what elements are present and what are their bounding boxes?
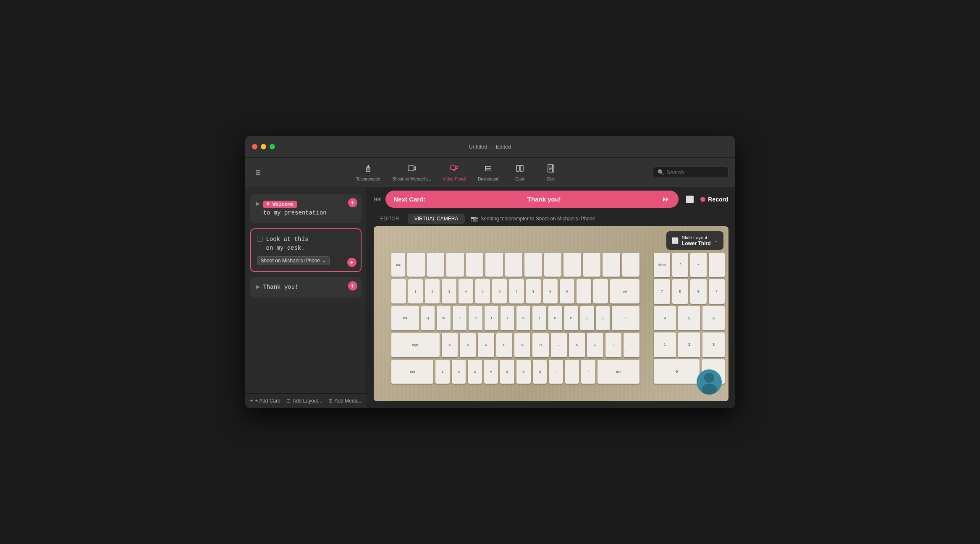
card-item-welcome[interactable]: ▶ # Welcome to my presentation + xyxy=(250,194,362,223)
toolbar-right: 🔍 xyxy=(653,167,728,178)
num-7: 7 xyxy=(654,279,670,304)
toolbar-item-shoot[interactable]: Shoot on Michael's... xyxy=(387,161,436,184)
record-label: Record xyxy=(708,196,728,203)
card-item-look[interactable]: Look at thison my desk. Shoot on Michael… xyxy=(250,228,362,272)
card-item-thankyou[interactable]: ▶ Thank you! + xyxy=(250,277,362,298)
skip-forward-button[interactable]: ⏭ xyxy=(663,195,670,204)
key-9: 9 xyxy=(543,279,558,303)
key-quote: ' xyxy=(624,333,639,357)
slide-layout-chevron-icon: ⌄ xyxy=(714,238,718,243)
add-media-button[interactable]: ⊞ Add Media... xyxy=(328,398,363,404)
key-slash: / xyxy=(581,360,595,384)
num-1: 1 xyxy=(654,332,676,357)
toolbar-item-dashboard[interactable]: Dashboard xyxy=(473,161,503,184)
tab-virtual-camera[interactable]: VIRTUAL CAMERA xyxy=(408,214,465,224)
key-f9 xyxy=(563,253,581,277)
add-layout-button[interactable]: ⊡ Add Layout... xyxy=(286,398,322,404)
svg-point-18 xyxy=(704,373,714,383)
key-f6 xyxy=(505,253,523,277)
card-checkbox[interactable] xyxy=(257,236,263,242)
dropdown-chevron-icon: ⌄ xyxy=(322,258,326,264)
card-add-bottom-button[interactable]: + xyxy=(347,258,356,267)
key-esc: esc xyxy=(391,253,405,277)
card-text-thankyou: Thank you! xyxy=(263,283,356,292)
svg-rect-3 xyxy=(408,166,414,171)
next-card-label: Next Card: xyxy=(394,196,426,203)
add-layout-icon: ⊡ xyxy=(286,398,291,404)
tab-editor-label: EDITOR xyxy=(380,216,399,222)
key-f5 xyxy=(485,253,503,277)
search-input[interactable] xyxy=(667,169,724,175)
camera-status-text: Sending teleprompter to Shoot on Michael… xyxy=(480,216,595,222)
sidebar-footer: + + Add Card ⊡ Add Layout... ⊞ Add Media… xyxy=(245,393,367,408)
toolbar: ⊞ Teleprompter xyxy=(245,158,735,187)
key-tab: tab xyxy=(391,306,419,330)
skip-back-button[interactable]: ⏮ xyxy=(374,195,381,204)
key-f1 xyxy=(407,253,425,277)
traffic-lights xyxy=(252,144,275,149)
search-box[interactable]: 🔍 xyxy=(653,167,728,178)
card-add-button[interactable]: + xyxy=(348,198,357,207)
key-shift-l: shift xyxy=(391,360,434,384)
num-clear: clear xyxy=(654,253,670,277)
slide-layout-top-label: Slide Layout xyxy=(682,235,711,241)
toolbar-item-card[interactable]: Card xyxy=(505,161,535,184)
cards-list: ▶ # Welcome to my presentation + Look at… xyxy=(245,187,367,393)
view-tabs: EDITOR VIRTUAL CAMERA 📷 Sending teleprom… xyxy=(367,211,735,226)
sidebar: ▶ # Welcome to my presentation + Look at… xyxy=(245,187,367,408)
device-name: Shoot on Michael's iPhone xyxy=(261,258,320,264)
next-card-pill[interactable]: Next Card: Thank you! ⏭ xyxy=(385,191,679,208)
num-plus: + xyxy=(709,279,725,304)
key-j: J xyxy=(551,333,567,357)
toolbar-item-doc[interactable]: Doc xyxy=(536,161,566,184)
record-button[interactable]: Record xyxy=(700,196,728,203)
toolbar-item-video-pencil[interactable]: Video Pencil xyxy=(438,161,471,184)
close-button[interactable] xyxy=(252,144,257,149)
slide-layout-overlay[interactable]: ⬜ Slide Layout Lower Third ⌄ xyxy=(666,231,723,250)
search-icon: 🔍 xyxy=(658,169,664,175)
add-card-label: + Add Card xyxy=(255,398,280,404)
key-equals: = xyxy=(593,279,608,303)
sidebar-toggle-button[interactable]: ⊞ xyxy=(252,166,264,179)
card-add-button-3[interactable]: + xyxy=(348,281,357,290)
add-card-button[interactable]: + + Add Card xyxy=(250,398,280,404)
key-p: P xyxy=(564,306,578,330)
video-pencil-icon xyxy=(450,164,459,175)
key-caps: caps xyxy=(391,333,440,357)
key-y: Y xyxy=(500,306,514,330)
card-label: Card xyxy=(515,177,524,181)
key-d: D xyxy=(478,333,494,357)
num-minus: - xyxy=(709,253,725,277)
toolbar-item-teleprompter[interactable]: Teleprompter xyxy=(351,161,385,184)
app-window: Untitled — Edited ⊞ Teleprompter xyxy=(245,136,735,408)
card-play-button-3[interactable]: ▶ xyxy=(256,284,260,290)
teleprompter-label: Teleprompter xyxy=(356,177,380,181)
stop-button[interactable] xyxy=(686,196,694,203)
key-6: 6 xyxy=(492,279,507,303)
key-c: C xyxy=(468,360,482,384)
main-area: ▶ # Welcome to my presentation + Look at… xyxy=(245,187,735,408)
record-dot-icon xyxy=(700,197,705,202)
titlebar: Untitled — Edited xyxy=(245,136,735,158)
tab-editor[interactable]: EDITOR xyxy=(374,214,406,224)
dashboard-icon xyxy=(484,164,493,175)
num-2: 2 xyxy=(678,332,700,357)
key-f11 xyxy=(603,253,620,277)
card-play-button[interactable]: ▶ xyxy=(256,201,260,207)
svg-marker-6 xyxy=(456,166,457,169)
next-card-title: Thank you! xyxy=(527,196,561,203)
key-f4 xyxy=(466,253,484,277)
card-content: # Welcome to my presentation xyxy=(263,200,356,217)
svg-rect-13 xyxy=(520,165,523,171)
doc-icon xyxy=(546,164,556,175)
avatar-silhouette xyxy=(697,369,722,395)
keyboard-keys: esc xyxy=(391,253,640,384)
num-slash: / xyxy=(672,253,689,277)
num-star: * xyxy=(690,253,707,277)
fullscreen-button[interactable] xyxy=(270,144,275,149)
minimize-button[interactable] xyxy=(261,144,266,149)
card-device-dropdown[interactable]: Shoot on Michael's iPhone ⌄ xyxy=(257,256,330,265)
slide-layout-bottom-label: Lower Third xyxy=(682,241,711,246)
key-f8 xyxy=(544,253,562,277)
num-0: 0 xyxy=(654,359,700,384)
